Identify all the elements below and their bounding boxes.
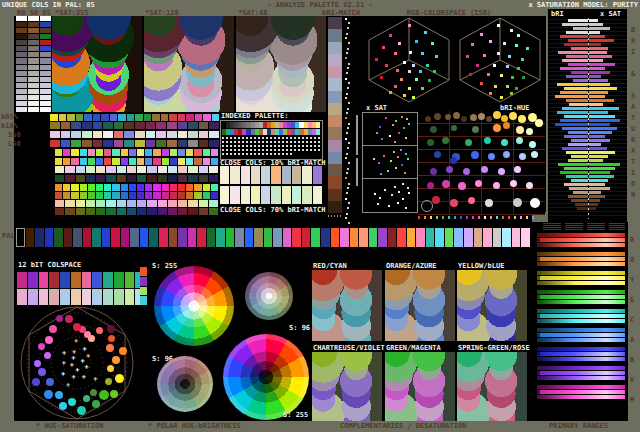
empty-slot-dot	[278, 137, 280, 139]
empty-slot-dot	[250, 153, 252, 155]
rgb-cube-scatter-2	[454, 16, 546, 106]
color-cell	[28, 28, 39, 33]
color-cell	[156, 122, 166, 129]
color-cell	[140, 296, 147, 305]
polar-side-strip	[140, 267, 147, 305]
scatter-dot	[526, 182, 533, 189]
color-cell	[397, 228, 406, 247]
color-cell	[93, 122, 103, 129]
scatter-dot	[478, 113, 485, 120]
scatter-dot	[378, 162, 380, 164]
color-cell	[178, 114, 186, 121]
color-cell	[96, 149, 103, 156]
range-letter: B	[630, 356, 634, 376]
color-cell	[271, 166, 280, 184]
color-cell	[203, 192, 210, 199]
analyze-palette-app: { "header": { "left": "UNIQUE COLS IN PA…	[0, 0, 640, 432]
color-cell	[16, 95, 27, 100]
color-cell	[292, 228, 301, 247]
color-cell	[261, 166, 270, 184]
color-cell	[203, 114, 211, 121]
strip-b10	[50, 122, 219, 129]
empty-slot-dot	[282, 145, 284, 147]
hue-sat-wheel-dots: ++++++++++++++++	[19, 305, 135, 421]
match-dot	[345, 97, 347, 99]
scatter-dot	[506, 65, 509, 68]
scatter-dot	[461, 116, 467, 122]
comp-panel-green-magenta	[385, 352, 455, 421]
color-cell	[241, 166, 250, 184]
color-cell	[194, 149, 201, 156]
scatter-dot	[376, 132, 378, 134]
empty-slot-dot	[246, 153, 248, 155]
scatter-dot	[382, 46, 385, 49]
color-cell	[328, 115, 342, 127]
color-cell	[271, 186, 280, 204]
color-cell	[145, 149, 152, 156]
color-cell	[76, 175, 85, 182]
scatter-dot	[377, 203, 379, 205]
color-cell	[40, 40, 51, 45]
scatter-dot	[511, 76, 514, 79]
range-strip	[537, 352, 625, 356]
color-cell	[328, 176, 342, 188]
color-cell	[65, 208, 74, 215]
color-cell	[178, 166, 187, 173]
range-group	[537, 252, 625, 266]
color-cell	[40, 34, 51, 39]
color-cell	[445, 228, 454, 247]
empty-slot-dot	[314, 149, 316, 151]
color-cell	[114, 122, 124, 129]
scatter-dot	[517, 67, 520, 70]
color-cell	[209, 208, 218, 215]
wheel-plus-mark: +	[66, 381, 70, 389]
color-cell	[168, 166, 177, 173]
color-cell	[76, 208, 85, 215]
color-cell	[493, 228, 502, 247]
range-letter: O	[630, 256, 634, 276]
color-cell	[93, 131, 103, 138]
empty-slot-dot	[254, 141, 256, 143]
scatter-dot	[468, 197, 475, 204]
match-dot	[347, 168, 349, 170]
color-cell	[442, 216, 444, 219]
color-cell	[178, 228, 187, 247]
strip-l50	[50, 140, 219, 147]
comp-panel-yellow-blue	[457, 270, 527, 341]
color-cell	[61, 122, 71, 129]
scatter-dot	[398, 132, 400, 134]
color-cell	[328, 42, 342, 54]
saturation-model-label: x SATURATION MODEL: PURITY	[528, 1, 638, 9]
color-cell	[16, 58, 27, 63]
color-cell	[235, 228, 244, 247]
color-cell	[67, 114, 75, 121]
range-strip	[537, 328, 625, 332]
wheel-dot	[110, 390, 118, 398]
color-cell	[170, 149, 177, 156]
empty-slot-dot	[266, 153, 268, 155]
match-dot	[345, 37, 347, 39]
color-cell	[273, 228, 282, 247]
color-cell	[520, 216, 522, 219]
wheel-dot	[45, 336, 53, 344]
color-cell	[188, 166, 197, 173]
scrollbar-left[interactable]	[356, 115, 358, 155]
scatter-dot	[503, 151, 510, 158]
color-cell	[292, 166, 301, 184]
wheel-plus-mark: +	[62, 359, 66, 367]
colspace-title: 12 bIT COLSPACE	[18, 261, 81, 269]
color-cell	[137, 192, 144, 199]
color-cell	[209, 131, 219, 138]
color-cell	[328, 29, 342, 41]
xsat-box-2	[363, 146, 417, 179]
polar-disk-s255-b	[223, 334, 309, 420]
color-cell	[388, 228, 397, 247]
color-cell	[147, 166, 156, 173]
scatter-dot	[506, 85, 509, 88]
color-cell	[162, 184, 169, 191]
color-cell	[28, 272, 38, 288]
color-cell	[40, 58, 51, 63]
scrollbar-left-lower[interactable]	[356, 158, 358, 186]
scatter-dot	[510, 180, 517, 187]
color-cell	[80, 192, 87, 199]
